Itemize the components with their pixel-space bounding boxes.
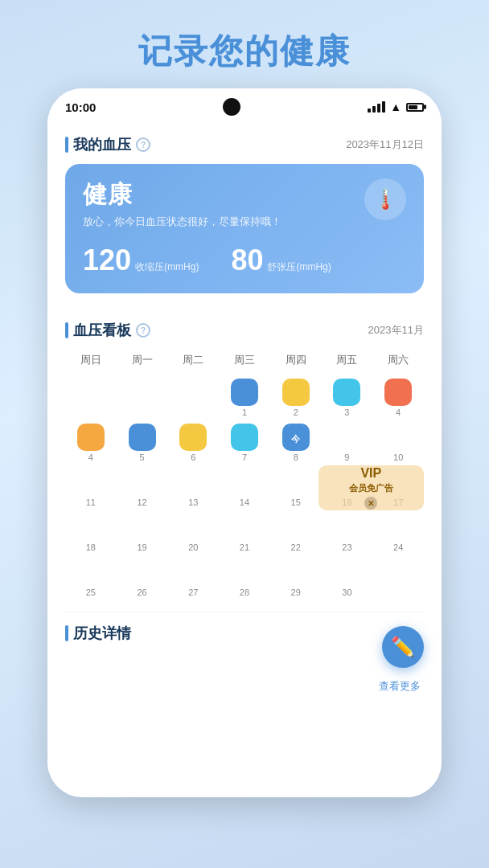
cal-cell-30[interactable]: 30 (322, 555, 373, 600)
diastolic-value: 80 (231, 244, 263, 277)
cal-cell-empty3 (167, 375, 219, 420)
cal-cell-26[interactable]: 26 (117, 555, 168, 600)
title-accent: 健康 (280, 32, 351, 70)
view-more-label[interactable]: 查看更多 (379, 679, 421, 694)
bp-card-text: 健康 放心，你今日血压状态很好，尽量保持哦！ (83, 178, 281, 229)
battery-icon (406, 103, 424, 112)
cal-cell-28[interactable]: 28 (219, 555, 270, 600)
page-heading: 记录您的健康 (138, 29, 351, 74)
weekday-sat: 周六 (372, 350, 424, 371)
cal-cell-14[interactable]: 14 (219, 465, 270, 510)
calendar-section-title: 血压看板 ? (65, 321, 150, 340)
history-section: 历史详情 ✏️ 查看更多 (65, 612, 424, 660)
calendar-row-2: 4 5 6 7 今8 9 10 (65, 420, 424, 465)
cal-cell-10[interactable]: 10 (372, 420, 424, 465)
cal-cell-6[interactable]: 6 (167, 420, 219, 465)
notch (223, 98, 240, 116)
vip-cover[interactable]: VIP 会员免广告 ✕ (318, 465, 424, 510)
bp-values: 120 收缩压(mmHg) 80 舒张压(mmHg) (83, 244, 406, 277)
weekday-mon: 周一 (117, 350, 168, 371)
cal-cell-15[interactable]: 15 (270, 465, 322, 510)
cal-cell-20[interactable]: 20 (167, 510, 219, 555)
cal-cell-8-today[interactable]: 今8 (270, 420, 322, 465)
calendar-row-5: 25 26 27 28 29 30 (65, 555, 424, 600)
bp-card: 健康 放心，你今日血压状态很好，尽量保持哦！ 🌡️ 120 收缩压(mmHg) … (65, 164, 424, 293)
cal-cell-empty1 (65, 375, 117, 420)
cal-cell-12[interactable]: 12 (117, 465, 168, 510)
diastolic-label: 舒张压(mmHg) (267, 260, 331, 274)
weekday-tue: 周二 (167, 350, 219, 371)
bp-section-date: 2023年11月12日 (346, 137, 424, 152)
cal-cell-18[interactable]: 18 (65, 510, 117, 555)
status-time: 10:00 (65, 100, 96, 114)
calendar-section-date: 2023年11月 (368, 323, 424, 338)
bp-section-title: 我的血压 ? (65, 135, 150, 154)
fab-button[interactable]: ✏️ (382, 626, 424, 668)
calendar-section-header: 血压看板 ? 2023年11月 (65, 308, 424, 340)
wifi-icon: ▲ (390, 100, 401, 113)
systolic-label: 收缩压(mmHg) (135, 260, 199, 274)
cal-cell-29[interactable]: 29 (270, 555, 322, 600)
bp-help-icon[interactable]: ? (136, 137, 150, 152)
weekday-fri: 周五 (322, 350, 373, 371)
title-prefix: 记录您的 (138, 32, 280, 70)
systolic-group: 120 收缩压(mmHg) (83, 244, 199, 277)
cal-cell-13[interactable]: 13 (167, 465, 219, 510)
cal-cell-27[interactable]: 27 (167, 555, 219, 600)
calendar-grid: 周日 周一 周二 周三 周四 周五 周六 1 2 3 4 4 (65, 350, 424, 600)
bp-card-top: 健康 放心，你今日血压状态很好，尽量保持哦！ 🌡️ (83, 178, 406, 229)
bp-status: 健康 (83, 178, 281, 211)
weekday-sun: 周日 (65, 350, 117, 371)
cal-cell-3[interactable]: 3 (322, 375, 373, 420)
history-section-title: 历史详情 (65, 624, 424, 643)
phone-frame: 10:00 ▲ 我的血压 ? 2023年11月12日 (47, 88, 442, 797)
vip-sublabel: 会员免广告 (349, 482, 393, 494)
thermometer-icon: 🌡️ (364, 178, 406, 220)
cal-cell-11[interactable]: 11 (65, 465, 117, 510)
bp-description: 放心，你今日血压状态很好，尽量保持哦！ (83, 215, 281, 229)
cal-cell-9[interactable]: 9 (322, 420, 373, 465)
cal-cell-1[interactable]: 1 (219, 375, 270, 420)
status-bar: 10:00 ▲ (47, 88, 442, 122)
calendar-row-1: 1 2 3 4 (65, 375, 424, 420)
signal-icon (368, 101, 385, 113)
bp-section-header: 我的血压 ? 2023年11月12日 (65, 122, 424, 154)
systolic-value: 120 (83, 244, 131, 277)
vip-close-icon[interactable]: ✕ (364, 497, 377, 510)
cal-cell-4a[interactable]: 4 (372, 375, 424, 420)
status-icons: ▲ (368, 100, 424, 113)
cal-cell-23[interactable]: 23 (322, 510, 373, 555)
cal-cell-5[interactable]: 5 (117, 420, 168, 465)
weekday-wed: 周三 (219, 350, 270, 371)
cal-cell-25[interactable]: 25 (65, 555, 117, 600)
calendar-row-4: 18 19 20 21 22 23 24 (65, 510, 424, 555)
calendar-help-icon[interactable]: ? (136, 323, 150, 338)
cal-cell-4b[interactable]: 4 (65, 420, 117, 465)
cal-cell-22[interactable]: 22 (270, 510, 322, 555)
cal-cell-21[interactable]: 21 (219, 510, 270, 555)
calendar-row-3: 11 12 13 14 15 16 17 VIP 会员免广告 ✕ (65, 465, 424, 510)
vip-label: VIP (360, 466, 381, 481)
cal-cell-19[interactable]: 19 (117, 510, 168, 555)
calendar-header: 周日 周一 周二 周三 周四 周五 周六 (65, 350, 424, 371)
weekday-thu: 周四 (270, 350, 322, 371)
cal-cell-7[interactable]: 7 (219, 420, 270, 465)
cal-cell-2[interactable]: 2 (270, 375, 322, 420)
diastolic-group: 80 舒张压(mmHg) (231, 244, 331, 277)
cal-cell-24[interactable]: 24 (372, 510, 424, 555)
cal-cell-empty2 (117, 375, 168, 420)
cal-cell-empty-end (372, 555, 424, 600)
phone-content: 我的血压 ? 2023年11月12日 健康 放心，你今日血压状态很好，尽量保持哦… (47, 122, 442, 797)
